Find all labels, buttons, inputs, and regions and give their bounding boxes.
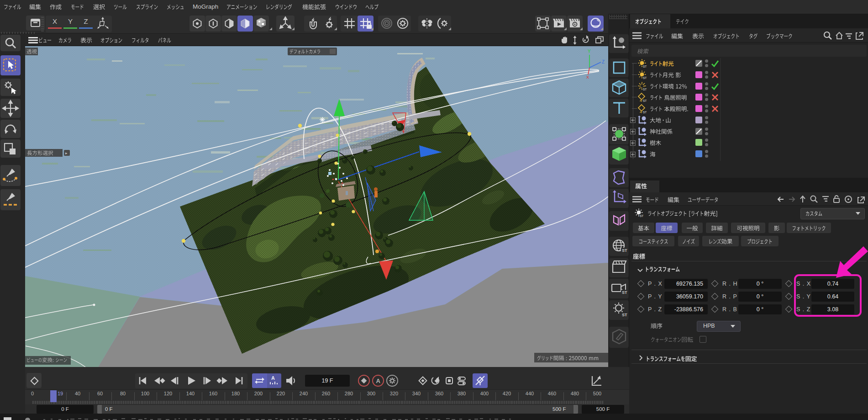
svg-text:Y: Y <box>588 49 591 54</box>
svg-text:ST: ST <box>622 290 627 295</box>
svg-text:ST: ST <box>643 76 647 80</box>
svg-text:▸: ▸ <box>65 151 68 155</box>
svg-text:ST: ST <box>643 65 647 68</box>
svg-text:Z: Z <box>602 59 605 64</box>
svg-text:X: X <box>586 75 589 80</box>
svg-text:ST: ST <box>643 99 647 102</box>
svg-text:ST: ST <box>643 88 647 91</box>
svg-text:ST: ST <box>622 248 627 253</box>
svg-text:A: A <box>376 377 381 384</box>
svg-text:ST: ST <box>643 111 647 114</box>
svg-text:ST: ST <box>622 313 627 317</box>
svg-text:ST: ST <box>640 214 643 218</box>
svg-text:A: A <box>271 375 275 381</box>
